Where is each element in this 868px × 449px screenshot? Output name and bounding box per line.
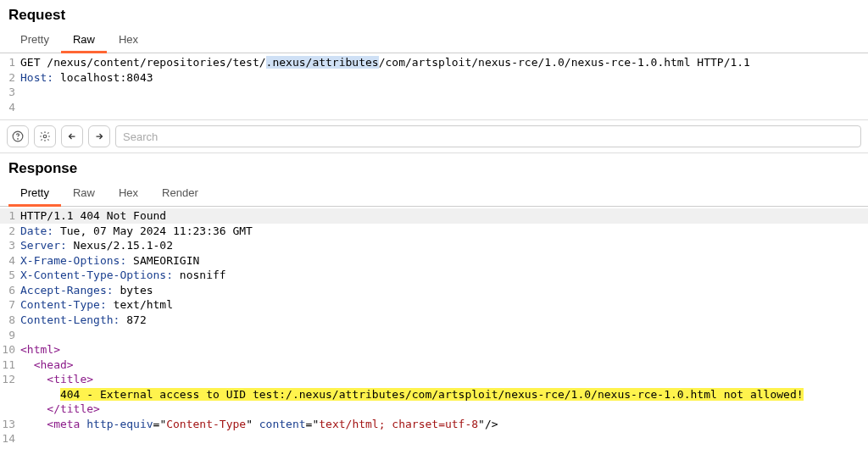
code-line: 6Accept-Ranges: bytes xyxy=(0,283,868,298)
request-tab-raw[interactable]: Raw xyxy=(61,28,107,53)
request-code-pane[interactable]: 1GET /nexus/content/repositories/test/.n… xyxy=(0,53,868,119)
response-tab-pretty[interactable]: Pretty xyxy=(8,181,61,207)
code-line: 7Content-Type: text/html xyxy=(0,297,868,313)
code-line: 3Server: Nexus/2.15.1-02 xyxy=(0,238,868,253)
response-tab-hex[interactable]: Hex xyxy=(107,181,150,207)
back-icon[interactable] xyxy=(61,125,83,147)
code-content: <meta http-equiv="Content-Type" content=… xyxy=(20,417,868,432)
toolbar xyxy=(0,119,868,153)
code-line: 13 <meta http-equiv="Content-Type" conte… xyxy=(0,417,868,432)
svg-point-1 xyxy=(18,139,19,140)
code-content: X-Content-Type-Options: nosniff xyxy=(20,268,868,283)
code-content: <html> xyxy=(20,342,868,358)
code-line: 11 <head> xyxy=(0,358,868,373)
line-number: 1 xyxy=(0,55,20,70)
line-number: 3 xyxy=(0,238,20,253)
line-number: 7 xyxy=(0,297,20,313)
response-title: Response xyxy=(0,153,868,180)
line-number: 13 xyxy=(0,417,20,432)
code-line: 5X-Content-Type-Options: nosniff xyxy=(0,268,868,283)
code-line: 4 xyxy=(0,100,868,115)
code-line: 9 xyxy=(0,328,868,343)
line-number xyxy=(0,402,20,417)
code-line: 1GET /nexus/content/repositories/test/.n… xyxy=(0,55,868,70)
code-line: 3 xyxy=(0,85,868,100)
request-tab-pretty[interactable]: Pretty xyxy=(8,28,61,53)
code-content: Server: Nexus/2.15.1-02 xyxy=(20,238,868,253)
code-content xyxy=(20,328,868,343)
help-icon[interactable] xyxy=(7,125,29,147)
code-content: Accept-Ranges: bytes xyxy=(20,283,868,298)
line-number: 14 xyxy=(0,431,20,446)
line-number: 9 xyxy=(0,328,20,343)
code-content: Content-Type: text/html xyxy=(20,297,868,313)
request-tab-hex[interactable]: Hex xyxy=(107,28,150,53)
code-content xyxy=(20,100,868,115)
line-number: 5 xyxy=(0,268,20,283)
code-line: 12 <title> xyxy=(0,372,868,387)
code-content xyxy=(20,431,868,446)
code-line: 14 xyxy=(0,431,868,446)
request-title: Request xyxy=(0,0,868,27)
code-line: 4X-Frame-Options: SAMEORIGIN xyxy=(0,253,868,269)
code-line: 10<html> xyxy=(0,342,868,358)
response-tab-raw[interactable]: Raw xyxy=(61,181,107,207)
code-content xyxy=(20,85,868,100)
code-content: HTTP/1.1 404 Not Found xyxy=(20,208,868,224)
line-number: 2 xyxy=(0,224,20,239)
line-number: 6 xyxy=(0,283,20,298)
line-number: 8 xyxy=(0,313,20,328)
line-number: 2 xyxy=(0,70,20,86)
response-code-pane[interactable]: 1HTTP/1.1 404 Not Found2Date: Tue, 07 Ma… xyxy=(0,207,868,449)
line-number: 1 xyxy=(0,208,20,224)
code-content: <title> xyxy=(20,372,868,387)
code-line: </title> xyxy=(0,402,868,417)
request-tabs: Pretty Raw Hex xyxy=(0,27,868,53)
code-content: GET /nexus/content/repositories/test/.ne… xyxy=(20,55,868,70)
code-content: X-Frame-Options: SAMEORIGIN xyxy=(20,253,868,269)
line-number: 12 xyxy=(0,372,20,387)
code-content: Date: Tue, 07 May 2024 11:23:36 GMT xyxy=(20,224,868,239)
code-content: </title> xyxy=(20,402,868,417)
code-content: Content-Length: 872 xyxy=(20,313,868,328)
search-input[interactable] xyxy=(115,125,861,147)
code-content: 404 - External access to UID test:/.nexu… xyxy=(20,387,868,402)
line-number: 10 xyxy=(0,342,20,358)
svg-point-2 xyxy=(43,135,47,138)
code-line: 8Content-Length: 872 xyxy=(0,313,868,328)
line-number: 4 xyxy=(0,100,20,115)
line-number xyxy=(0,387,20,402)
code-content: Host: localhost:8043 xyxy=(20,70,868,86)
forward-icon[interactable] xyxy=(88,125,110,147)
line-number: 3 xyxy=(0,85,20,100)
line-number: 11 xyxy=(0,358,20,373)
code-line: 2Date: Tue, 07 May 2024 11:23:36 GMT xyxy=(0,224,868,239)
code-line: 2Host: localhost:8043 xyxy=(0,70,868,86)
code-line: 404 - External access to UID test:/.nexu… xyxy=(0,387,868,402)
response-tab-render[interactable]: Render xyxy=(150,181,210,207)
code-content: <head> xyxy=(20,358,868,373)
response-tabs: Pretty Raw Hex Render xyxy=(0,180,868,207)
gear-icon[interactable] xyxy=(34,125,56,147)
code-line: 1HTTP/1.1 404 Not Found xyxy=(0,208,868,224)
line-number: 4 xyxy=(0,253,20,269)
